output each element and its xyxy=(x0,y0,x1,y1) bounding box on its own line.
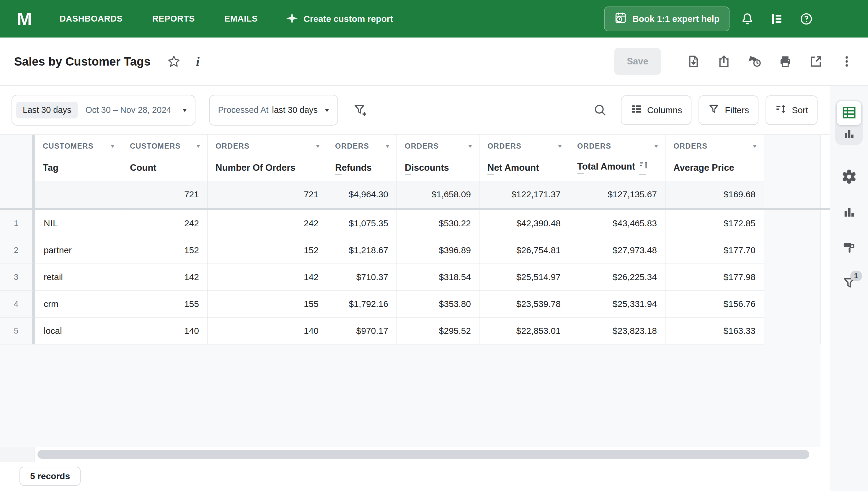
table-footer: 5 records xyxy=(0,462,830,491)
summary-divider xyxy=(0,208,830,210)
column-menu-icon[interactable]: ▼ xyxy=(110,143,116,149)
table-row: 5 local 140 140 $970.17 $295.52 $22,853.… xyxy=(0,318,830,344)
cell-total: $43,465.83 xyxy=(569,210,665,237)
nav-reports[interactable]: REPORTS xyxy=(152,14,195,24)
horizontal-scrollbar-track[interactable] xyxy=(0,447,830,462)
cell-orders: 242 xyxy=(208,210,327,237)
table-header-row: CUSTOMERS▼ Tag CUSTOMERS▼ Count ORDERS▼ … xyxy=(0,135,830,181)
cell-net: $42,390.48 xyxy=(479,210,569,237)
kebab-menu-icon[interactable] xyxy=(840,55,854,68)
info-icon[interactable]: i xyxy=(196,54,199,69)
report-actions: Save xyxy=(614,48,854,75)
table-empty-area xyxy=(0,344,820,447)
share-icon[interactable] xyxy=(717,55,731,68)
navbar-icon-group xyxy=(740,12,813,26)
cell-count: 152 xyxy=(122,237,208,264)
save-button[interactable]: Save xyxy=(614,48,661,75)
column-header-number-of-orders[interactable]: ORDERS▼ Number Of Orders xyxy=(208,135,327,181)
column-header-discounts[interactable]: ORDERS▼ Discounts xyxy=(397,135,479,181)
column-menu-icon[interactable]: ▼ xyxy=(315,143,321,149)
cell-orders: 155 xyxy=(208,291,327,318)
sort-button[interactable]: Sort xyxy=(766,95,817,125)
row-number: 2 xyxy=(0,237,35,264)
summary-filler xyxy=(764,181,821,208)
book-expert-help-label: Book 1:1 expert help xyxy=(632,14,719,24)
sort-ascending-icon[interactable] xyxy=(639,160,650,173)
cell-discounts: $396.89 xyxy=(397,237,479,264)
cell-total: $26,225.34 xyxy=(569,264,665,291)
column-menu-icon[interactable]: ▼ xyxy=(752,143,758,149)
sort-button-label: Sort xyxy=(792,105,808,115)
column-header-total-amount[interactable]: ORDERS▼ Total Amount xyxy=(569,135,665,181)
settings-gear-icon[interactable] xyxy=(841,169,857,184)
column-menu-icon[interactable]: ▼ xyxy=(653,143,659,149)
chart-view-button[interactable] xyxy=(837,125,861,144)
columns-button[interactable]: Columns xyxy=(621,95,691,125)
filters-button[interactable]: Filters xyxy=(699,95,758,125)
cell-discounts: $530.22 xyxy=(397,210,479,237)
cell-refunds: $710.37 xyxy=(327,264,397,291)
schedule-bookmark-clock-icon[interactable] xyxy=(748,55,762,68)
changelog-list-icon[interactable] xyxy=(770,12,784,26)
cell-orders: 152 xyxy=(208,237,327,264)
processed-field-label: Processed At xyxy=(218,105,268,115)
cell-count: 155 xyxy=(122,291,208,318)
row-number: 5 xyxy=(0,318,35,344)
cell-discounts: $295.52 xyxy=(397,318,479,344)
chevron-down-icon[interactable]: ▼ xyxy=(323,107,331,113)
sort-icon xyxy=(775,103,787,117)
create-custom-report-button[interactable]: Create custom report xyxy=(286,12,393,26)
export-download-icon[interactable] xyxy=(686,55,700,68)
horizontal-scrollbar-thumb[interactable] xyxy=(37,450,809,459)
column-header-refunds[interactable]: ORDERS▼ Refunds xyxy=(327,135,397,181)
open-in-new-icon[interactable] xyxy=(809,55,823,68)
print-icon[interactable] xyxy=(779,55,792,68)
cell-refunds: $1,792.16 xyxy=(327,291,397,318)
book-expert-help-button[interactable]: Book 1:1 expert help xyxy=(604,6,730,31)
column-header-count[interactable]: CUSTOMERS▼ Count xyxy=(122,135,208,181)
right-sidebar: 1 xyxy=(830,86,868,491)
scrollbar-gutter xyxy=(821,181,830,208)
search-icon[interactable] xyxy=(593,103,607,117)
header-filler xyxy=(764,135,821,181)
column-header-net-amount[interactable]: ORDERS▼ Net Amount xyxy=(479,135,569,181)
app-logo[interactable]: M xyxy=(17,8,32,29)
favorite-star-icon[interactable] xyxy=(167,55,181,68)
cell-count: 140 xyxy=(122,318,208,344)
column-menu-icon[interactable]: ▼ xyxy=(195,143,202,149)
cell-tag: retail xyxy=(35,264,122,291)
records-count-button[interactable]: 5 records xyxy=(20,467,81,486)
summary-cell-net: $122,171.37 xyxy=(479,181,569,208)
date-preset-chip[interactable]: Last 30 days xyxy=(16,102,78,118)
filters-funnel-icon[interactable]: 1 xyxy=(841,275,857,291)
notifications-bell-icon[interactable] xyxy=(740,12,754,26)
cell-discounts: $318.54 xyxy=(397,264,479,291)
column-header-average-price[interactable]: ORDERS▼ Average Price xyxy=(665,135,764,181)
column-menu-icon[interactable]: ▼ xyxy=(467,143,473,149)
cell-avg: $163.33 xyxy=(665,318,764,344)
column-menu-icon[interactable]: ▼ xyxy=(557,143,563,149)
processed-at-selector[interactable]: Processed At last 30 days ▼ xyxy=(209,95,338,125)
chevron-down-icon[interactable]: ▼ xyxy=(181,107,188,113)
row-number: 3 xyxy=(0,264,35,291)
cell-count: 242 xyxy=(122,210,208,237)
nav-dashboards[interactable]: DASHBOARDS xyxy=(60,14,123,24)
cell-avg: $177.70 xyxy=(665,237,764,264)
table-grid-icon xyxy=(842,106,856,120)
add-filter-funnel-icon[interactable] xyxy=(353,103,368,117)
cell-tag: local xyxy=(35,318,122,344)
nav-emails[interactable]: EMAILS xyxy=(224,14,258,24)
content-area: Last 30 days Oct 30 – Nov 28, 2024 ▼ Pro… xyxy=(0,86,868,491)
chart-settings-icon[interactable] xyxy=(841,204,857,220)
row-number: 1 xyxy=(0,210,35,237)
table-row: 2 partner 152 152 $1,218.67 $396.89 $26,… xyxy=(0,237,830,264)
table-view-button[interactable] xyxy=(837,101,861,125)
summary-row-number xyxy=(0,181,35,208)
paint-roller-icon[interactable] xyxy=(841,240,857,255)
help-icon[interactable] xyxy=(799,12,813,26)
date-range-selector[interactable]: Last 30 days Oct 30 – Nov 28, 2024 ▼ xyxy=(11,95,195,125)
column-header-tag[interactable]: CUSTOMERS▼ Tag xyxy=(35,135,122,181)
filter-toolbar: Last 30 days Oct 30 – Nov 28, 2024 ▼ Pro… xyxy=(0,86,830,135)
column-menu-icon[interactable]: ▼ xyxy=(384,143,391,149)
row-number: 4 xyxy=(0,291,35,318)
